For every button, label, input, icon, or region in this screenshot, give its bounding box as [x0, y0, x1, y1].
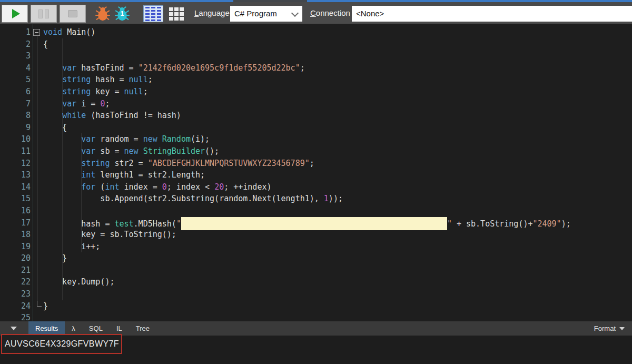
language-label: Language — [194, 2, 230, 24]
code-text: string hash = null; — [43, 74, 153, 86]
chevron-down-icon — [291, 9, 299, 17]
code-line[interactable]: 16 — [0, 205, 632, 217]
code-line[interactable]: 10 var random = new Random(i); — [0, 133, 632, 145]
debug-button[interactable] — [95, 6, 110, 21]
language-dropdown[interactable]: C# Program — [230, 6, 302, 22]
line-number: 6 — [0, 86, 31, 98]
line-number: 5 — [0, 74, 31, 86]
chevron-down-icon — [619, 327, 625, 330]
fold-end-icon — [37, 301, 42, 307]
run-button[interactable] — [2, 5, 28, 23]
code-line[interactable]: 24} — [0, 300, 632, 312]
code-text: hash = test.MD5Hash("" + sb.ToString()+"… — [43, 217, 571, 230]
code-line[interactable]: 11 var sb = new StringBuilder(); — [0, 145, 632, 158]
data-grid-icon — [169, 7, 184, 21]
code-text: string key = null; — [43, 86, 148, 98]
language-value: C# Program — [234, 9, 277, 18]
code-line[interactable]: 12 string str2 = "ABCDEFGHJKLMNPQRSTUVWX… — [0, 158, 632, 170]
code-line[interactable]: 22 key.Dump(); — [0, 276, 632, 288]
code-line[interactable]: 2{ — [0, 38, 632, 51]
tab-il[interactable]: IL — [110, 321, 129, 336]
line-number: 16 — [0, 205, 31, 217]
debug-single-thread-button[interactable]: 1 — [115, 6, 130, 21]
code-line[interactable]: 17 hash = test.MD5Hash("" + sb.ToString(… — [0, 217, 632, 229]
tab-tree[interactable]: Tree — [129, 321, 156, 336]
code-text: } — [43, 252, 67, 264]
line-number: 1 — [0, 26, 31, 38]
line-number: 20 — [0, 252, 31, 264]
rich-text-results-toggle[interactable] — [143, 5, 163, 22]
code-text: key.Dump(); — [43, 276, 114, 288]
code-line[interactable]: 5 string hash = null; — [0, 74, 632, 86]
play-icon — [12, 9, 20, 18]
line-number: 19 — [0, 241, 31, 253]
toolbar: 1 Language C# Program Connection <None> — [0, 2, 632, 24]
connection-value: <None> — [356, 9, 384, 18]
line-number: 17 — [0, 217, 31, 229]
bug-icon — [95, 6, 110, 21]
code-line[interactable]: 13 int length1 = str2.Length; — [0, 169, 632, 181]
connection-field[interactable]: <None> — [352, 6, 632, 22]
code-text: { — [43, 122, 67, 134]
rich-text-icon — [145, 7, 161, 21]
code-line[interactable]: 19 i++; — [0, 241, 632, 253]
debug-badge: 1 — [115, 8, 130, 19]
code-line[interactable]: 20 } — [0, 252, 632, 264]
line-number: 25 — [0, 312, 31, 321]
code-line[interactable]: 1void Main() — [0, 26, 632, 38]
tab-results[interactable]: Results — [28, 321, 65, 336]
line-number: 4 — [0, 62, 31, 74]
code-editor[interactable]: 1void Main()2{34 var hasToFind = "2142f6… — [0, 24, 632, 321]
pause-button[interactable] — [31, 5, 57, 23]
line-number: 24 — [0, 300, 31, 312]
code-text: var i = 0; — [43, 98, 110, 110]
code-text: var sb = new StringBuilder(); — [43, 145, 219, 158]
linqpad-window: { "toolbar": { "language_label": "Langua… — [0, 0, 632, 364]
code-text: } — [43, 300, 48, 312]
code-text: var random = new Random(i); — [43, 133, 210, 145]
code-line[interactable]: 14 for (int index = 0; index < 20; ++ind… — [0, 181, 632, 193]
code-text: key = sb.ToString(); — [43, 229, 176, 241]
stop-icon — [68, 10, 77, 17]
code-text: while (hasToFind != hash) — [43, 110, 181, 122]
code-line[interactable]: 23 — [0, 288, 632, 300]
tab-λ[interactable]: λ — [65, 321, 82, 336]
line-number: 10 — [0, 133, 31, 145]
line-number: 13 — [0, 169, 31, 181]
stop-button[interactable] — [60, 5, 86, 23]
fold-collapse-icon[interactable] — [33, 29, 40, 36]
collapse-panel-icon[interactable] — [11, 327, 17, 330]
code-line[interactable]: 3 — [0, 50, 632, 62]
code-text: i++; — [43, 241, 100, 253]
line-number: 7 — [0, 98, 31, 110]
code-text: sb.Append(str2.Substring(random.Next(len… — [43, 193, 343, 205]
line-number: 22 — [0, 276, 31, 288]
format-dropdown[interactable]: Format — [594, 324, 625, 332]
line-number: 9 — [0, 122, 31, 134]
code-line[interactable]: 7 var i = 0; — [0, 98, 632, 110]
data-grid-results-toggle[interactable] — [166, 5, 186, 22]
line-number: 12 — [0, 158, 31, 170]
code-text: void Main() — [43, 26, 95, 38]
code-line[interactable]: 6 string key = null; — [0, 86, 632, 98]
line-number: 11 — [0, 145, 31, 158]
code-text: var hasToFind = "2142f6d020e1695c9f1def5… — [43, 62, 305, 74]
code-text: for (int index = 0; index < 20; ++index) — [43, 181, 272, 193]
code-line[interactable]: 9 { — [0, 122, 632, 134]
code-line[interactable]: 21 — [0, 264, 632, 277]
code-line[interactable]: 4 var hasToFind = "2142f6d020e1695c9f1de… — [0, 62, 632, 74]
tab-sql[interactable]: SQL — [82, 321, 110, 336]
format-label: Format — [594, 324, 616, 332]
redacted-string-overlay — [181, 217, 447, 230]
code-lines: 1void Main()2{34 var hasToFind = "2142f6… — [0, 26, 632, 321]
line-number: 15 — [0, 193, 31, 205]
line-number: 23 — [0, 288, 31, 300]
line-number: 21 — [0, 264, 31, 277]
results-tabs: ResultsλSQLILTree — [28, 321, 156, 336]
results-panel: AUVSC6E4X329GFVBWY7F — [0, 336, 632, 364]
code-line[interactable]: 8 while (hasToFind != hash) — [0, 110, 632, 122]
code-line[interactable]: 25 — [0, 312, 632, 321]
connection-label: Connection — [310, 2, 350, 24]
code-line[interactable]: 15 sb.Append(str2.Substring(random.Next(… — [0, 193, 632, 205]
code-line[interactable]: 18 key = sb.ToString(); — [0, 229, 632, 241]
